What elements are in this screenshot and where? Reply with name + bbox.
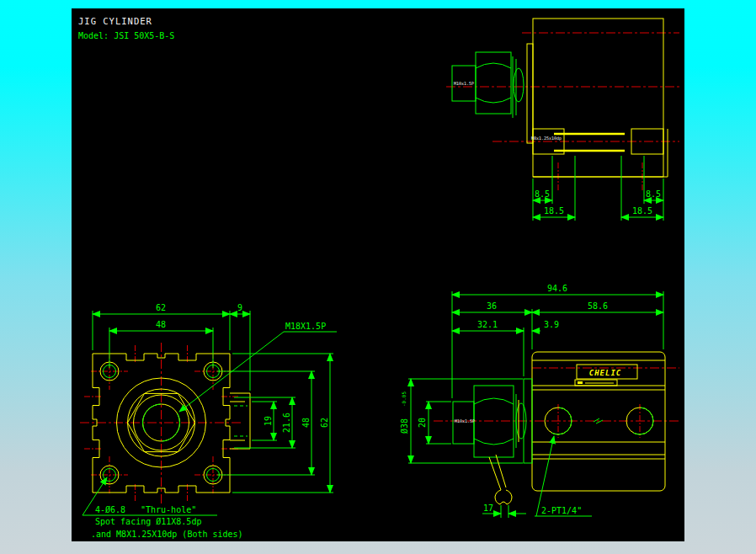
wrench-flats-callout: 17: [482, 455, 526, 518]
note-thru-hole-qty: 4-Ø6.8: [95, 505, 125, 514]
dim-boss-diameter: Ø38: [400, 418, 409, 434]
port-size-label: 2-PT1/4": [541, 506, 582, 515]
dim-boss-tolerance: -0.05: [401, 392, 407, 407]
desktop-background: JIG CYLINDER Model: JSI 50X5-B-S: [0, 0, 756, 554]
dim-18-5-left: 18.5: [544, 206, 564, 216]
note-spot-facing: Spot facing Ø11X8.5dp: [95, 517, 201, 526]
dim-36-front: 36: [487, 301, 497, 311]
dim-62-height: 62: [320, 418, 329, 428]
dim-21-6-hex: 21.6: [282, 413, 291, 433]
thread-m18-label: M18X1.5P: [285, 322, 326, 331]
note-thru-hole: "Thru-hole": [141, 505, 196, 514]
dim-48-vertical: 48: [301, 418, 311, 428]
dim-62-width: 62: [156, 303, 166, 312]
hole-notes: 4-Ø6.8 "Thru-hole" Spot facing Ø11X8.5dp…: [83, 477, 243, 539]
dim-8-5-left: 8.5: [535, 189, 550, 199]
top-side-view: M10x1.5P M8x1.25x10dp 8.5 18.5 8.5: [446, 19, 679, 221]
rod-thread-label: M10x1.5P: [454, 81, 474, 86]
model-label: Model: JSI 50X5-B-S: [78, 31, 174, 40]
front-view: 62 9 48 19 21.6 48 62 M1: [80, 303, 337, 539]
rod-thread-label: M10x1.5P: [455, 418, 475, 423]
dim-8-5-right: 8.5: [646, 189, 661, 199]
dim-3-9-plate: 3.9: [544, 320, 559, 329]
dim-94-6-total: 94.6: [547, 284, 567, 293]
centerlines: [434, 368, 679, 438]
side-view: CHELIC: [400, 284, 679, 518]
dim-58-6-body: 58.6: [588, 301, 608, 311]
dim-19-rod: 19: [264, 416, 273, 426]
dim-20-rod-length: 20: [418, 418, 427, 428]
dim-18-5-right: 18.5: [632, 206, 652, 216]
note-thread-both-sides: .and M8X1.25X10dp (Both sides): [91, 530, 243, 539]
cylinder-body-outline: [527, 19, 668, 177]
drawing-canvas: JIG CYLINDER Model: JSI 50X5-B-S: [72, 8, 684, 541]
dim-32-1-rod: 32.1: [477, 320, 498, 329]
dim-48-horizontal: 48: [156, 320, 166, 329]
boss-profile: [230, 393, 250, 449]
mount-thread-label: M8x1.25x10dp: [531, 136, 562, 141]
page-title: JIG CYLINDER: [78, 16, 152, 26]
cad-drawing: JIG CYLINDER Model: JSI 50X5-B-S: [72, 8, 684, 541]
brand-label: CHELIC: [589, 369, 622, 377]
dim-17-wrench: 17: [483, 503, 493, 513]
port-callout: 2-PT1/4": [535, 436, 592, 516]
dimensions: 8.5 18.5 8.5 18.5: [533, 156, 663, 221]
port-thread-callout: M18X1.5P: [179, 322, 337, 412]
dim-9-boss: 9: [237, 303, 242, 312]
